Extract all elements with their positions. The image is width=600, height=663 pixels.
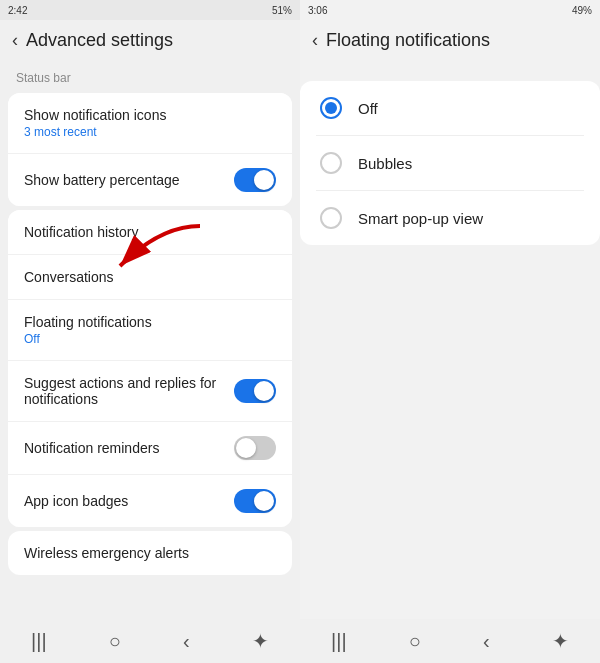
right-time: 3:06 — [308, 5, 327, 16]
wireless-emergency-name: Wireless emergency alerts — [24, 545, 276, 561]
app-icon-badges-name: App icon badges — [24, 493, 234, 509]
conversations-row[interactable]: Conversations — [8, 255, 292, 300]
battery-left: 51% — [272, 5, 292, 16]
radio-off-circle — [320, 97, 342, 119]
conversations-text: Conversations — [24, 269, 276, 285]
notification-icons-row[interactable]: Show notification icons 3 most recent — [8, 93, 292, 154]
nav-home-left[interactable]: ○ — [109, 630, 121, 653]
status-bar-section-label: Status bar — [0, 61, 300, 89]
right-status-bar: 3:06 49% — [300, 0, 600, 20]
nav-home-right[interactable]: ○ — [409, 630, 421, 653]
radio-bubbles-option[interactable]: Bubbles — [300, 136, 600, 190]
notification-reminders-row[interactable]: Notification reminders — [8, 422, 292, 475]
battery-percentage-name: Show battery percentage — [24, 172, 234, 188]
notification-icons-name: Show notification icons — [24, 107, 276, 123]
radio-off-option[interactable]: Off — [300, 81, 600, 135]
status-bar-card: Show notification icons 3 most recent Sh… — [8, 93, 292, 206]
suggest-actions-name: Suggest actions and replies for notifica… — [24, 375, 234, 407]
notification-reminders-toggle[interactable] — [234, 436, 276, 460]
left-status-bar: 2:42 51% — [0, 0, 300, 20]
battery-percentage-thumb — [254, 170, 274, 190]
emergency-card: Wireless emergency alerts — [8, 531, 292, 575]
conversations-name: Conversations — [24, 269, 276, 285]
left-nav-bar: ||| ○ ‹ ✦ — [0, 619, 300, 663]
radio-bubbles-label: Bubbles — [358, 155, 412, 172]
nav-menu-right[interactable]: ||| — [331, 630, 347, 653]
radio-off-label: Off — [358, 100, 378, 117]
nav-apps-left[interactable]: ✦ — [252, 629, 269, 653]
app-icon-badges-text: App icon badges — [24, 493, 234, 509]
floating-notifications-row[interactable]: Floating notifications Off — [8, 300, 292, 361]
notifications-card: Notification history Conversations Float… — [8, 210, 292, 527]
app-icon-badges-thumb — [254, 491, 274, 511]
right-page-title: Floating notifications — [326, 30, 490, 51]
left-page-title: Advanced settings — [26, 30, 173, 51]
right-battery: 49% — [572, 5, 592, 16]
radio-smart-popup-circle — [320, 207, 342, 229]
wireless-emergency-row[interactable]: Wireless emergency alerts — [8, 531, 292, 575]
battery-percentage-text: Show battery percentage — [24, 172, 234, 188]
left-content-wrap: Status bar Show notification icons 3 mos… — [0, 61, 300, 619]
suggest-actions-text: Suggest actions and replies for notifica… — [24, 375, 234, 407]
right-top-bar: ‹ Floating notifications — [300, 20, 600, 61]
radio-bubbles-circle — [320, 152, 342, 174]
right-panel: 3:06 49% ‹ Floating notifications Off Bu… — [300, 0, 600, 663]
nav-apps-right[interactable]: ✦ — [552, 629, 569, 653]
notification-icons-sub: 3 most recent — [24, 125, 276, 139]
wireless-emergency-text: Wireless emergency alerts — [24, 545, 276, 561]
left-panel: 2:42 51% ‹ Advanced settings Status bar … — [0, 0, 300, 663]
notification-history-row[interactable]: Notification history — [8, 210, 292, 255]
app-icon-badges-toggle[interactable] — [234, 489, 276, 513]
back-button-left[interactable]: ‹ — [12, 30, 18, 51]
status-bar-left: 2:42 — [8, 5, 27, 16]
suggest-actions-row[interactable]: Suggest actions and replies for notifica… — [8, 361, 292, 422]
radio-off-inner — [325, 102, 337, 114]
notification-history-text: Notification history — [24, 224, 276, 240]
radio-options-card: Off Bubbles Smart pop-up view — [300, 81, 600, 245]
notification-icons-text: Show notification icons 3 most recent — [24, 107, 276, 139]
back-button-right[interactable]: ‹ — [312, 30, 318, 51]
notification-reminders-text: Notification reminders — [24, 440, 234, 456]
right-nav-bar: ||| ○ ‹ ✦ — [300, 619, 600, 663]
nav-back-left[interactable]: ‹ — [183, 630, 190, 653]
notification-reminders-name: Notification reminders — [24, 440, 234, 456]
nav-back-right[interactable]: ‹ — [483, 630, 490, 653]
radio-smart-popup-label: Smart pop-up view — [358, 210, 483, 227]
floating-notifications-sub: Off — [24, 332, 276, 346]
notification-reminders-thumb — [236, 438, 256, 458]
left-top-bar: ‹ Advanced settings — [0, 20, 300, 61]
floating-notifications-text: Floating notifications Off — [24, 314, 276, 346]
floating-notifications-name: Floating notifications — [24, 314, 276, 330]
app-icon-badges-row[interactable]: App icon badges — [8, 475, 292, 527]
battery-percentage-row[interactable]: Show battery percentage — [8, 154, 292, 206]
notification-history-name: Notification history — [24, 224, 276, 240]
time-left: 2:42 — [8, 5, 27, 16]
nav-menu-left[interactable]: ||| — [31, 630, 47, 653]
suggest-actions-thumb — [254, 381, 274, 401]
suggest-actions-toggle[interactable] — [234, 379, 276, 403]
radio-smart-popup-option[interactable]: Smart pop-up view — [300, 191, 600, 245]
battery-percentage-toggle[interactable] — [234, 168, 276, 192]
status-bar-right: 51% — [272, 5, 292, 16]
